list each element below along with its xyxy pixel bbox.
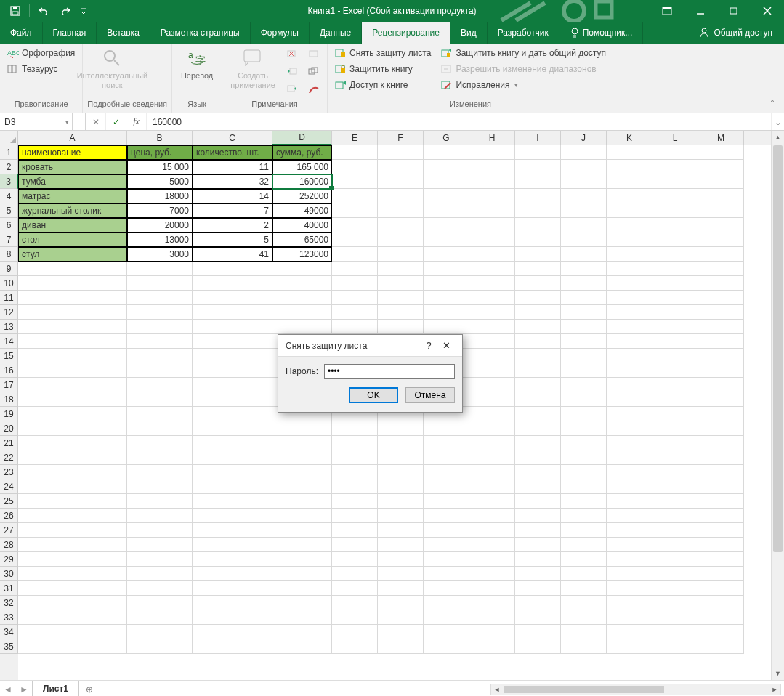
cell[interactable]	[515, 232, 561, 247]
cell[interactable]	[272, 509, 332, 523]
cell[interactable]: 14	[193, 189, 272, 203]
cell[interactable]: 13000	[127, 232, 193, 247]
row-header[interactable]: 21	[0, 436, 18, 450]
cell[interactable]	[193, 567, 272, 581]
cell[interactable]	[378, 450, 424, 465]
cell[interactable]	[272, 436, 332, 450]
cell[interactable]	[561, 581, 607, 596]
cell[interactable]: 65000	[272, 232, 332, 247]
cell[interactable]	[332, 203, 378, 218]
thesaurus-button[interactable]: Тезаурус	[4, 61, 78, 77]
name-box[interactable]: D3	[0, 113, 73, 130]
cell[interactable]	[378, 479, 424, 494]
cell[interactable]	[469, 479, 515, 494]
cell[interactable]	[561, 145, 607, 160]
cell[interactable]	[469, 523, 515, 538]
cell[interactable]	[607, 421, 652, 436]
show-all-comments-button[interactable]	[305, 64, 323, 80]
close-icon[interactable]	[751, 0, 784, 22]
cell[interactable]	[607, 203, 652, 218]
cell[interactable]	[18, 378, 127, 392]
row-header[interactable]: 25	[0, 494, 18, 509]
row-header[interactable]: 13	[0, 320, 18, 334]
cell[interactable]	[18, 509, 127, 523]
cell[interactable]	[193, 610, 272, 625]
scroll-up-icon[interactable]: ▲	[772, 131, 784, 144]
cell[interactable]	[698, 494, 744, 509]
cell[interactable]	[561, 174, 607, 189]
show-comment-button[interactable]	[305, 46, 323, 62]
cell[interactable]	[127, 349, 193, 363]
cell[interactable]	[698, 349, 744, 363]
cell[interactable]	[469, 538, 515, 552]
cell[interactable]	[127, 523, 193, 538]
tab-assistant[interactable]: Помощник...	[559, 22, 644, 44]
cell[interactable]	[469, 305, 515, 320]
cell[interactable]	[698, 596, 744, 610]
cell[interactable]	[652, 349, 698, 363]
scroll-thumb[interactable]	[773, 145, 783, 552]
cell[interactable]	[424, 218, 469, 232]
cell[interactable]	[652, 639, 698, 654]
cell[interactable]	[698, 276, 744, 291]
cell[interactable]	[424, 596, 469, 610]
track-changes-button[interactable]: Исправления▾	[438, 77, 609, 93]
cell[interactable]	[127, 392, 193, 407]
cell[interactable]	[378, 320, 424, 334]
cell[interactable]	[607, 610, 652, 625]
cell[interactable]: диван	[18, 218, 127, 232]
cell[interactable]	[469, 189, 515, 203]
cell[interactable]: 40000	[272, 218, 332, 232]
cell[interactable]	[424, 160, 469, 174]
cell[interactable]	[561, 392, 607, 407]
cell[interactable]	[424, 523, 469, 538]
cell[interactable]	[469, 436, 515, 450]
cell[interactable]	[515, 494, 561, 509]
cell[interactable]	[18, 436, 127, 450]
cell[interactable]	[193, 320, 272, 334]
cell[interactable]	[652, 334, 698, 349]
cell[interactable]	[652, 262, 698, 276]
cell[interactable]	[561, 639, 607, 654]
cell[interactable]	[18, 363, 127, 378]
password-input[interactable]	[324, 364, 455, 379]
cell[interactable]	[424, 145, 469, 160]
cell[interactable]	[272, 291, 332, 305]
cell[interactable]	[127, 494, 193, 509]
cell[interactable]	[18, 610, 127, 625]
cell[interactable]	[18, 349, 127, 363]
cell[interactable]	[193, 305, 272, 320]
row-header[interactable]: 31	[0, 581, 18, 596]
cell[interactable]	[561, 436, 607, 450]
cell[interactable]	[652, 407, 698, 421]
cell[interactable]	[272, 494, 332, 509]
sheet-nav-prev-icon[interactable]: ◄	[0, 681, 16, 697]
row-header[interactable]: 33	[0, 610, 18, 625]
cell[interactable]	[561, 247, 607, 262]
cell[interactable]	[378, 247, 424, 262]
cell[interactable]: стол	[18, 232, 127, 247]
cell[interactable]	[561, 552, 607, 567]
row-header[interactable]: 30	[0, 567, 18, 581]
row-header[interactable]: 20	[0, 421, 18, 436]
cell[interactable]	[607, 407, 652, 421]
cell[interactable]	[652, 581, 698, 596]
cell[interactable]	[469, 465, 515, 479]
cell[interactable]	[652, 363, 698, 378]
cell[interactable]	[424, 189, 469, 203]
cell[interactable]	[652, 552, 698, 567]
cell[interactable]	[469, 276, 515, 291]
cell[interactable]	[698, 174, 744, 189]
cell[interactable]	[515, 538, 561, 552]
cell[interactable]	[18, 625, 127, 639]
share-button[interactable]: Общий доступ	[687, 22, 784, 44]
cell[interactable]	[698, 639, 744, 654]
cell[interactable]	[561, 378, 607, 392]
cell[interactable]	[469, 509, 515, 523]
cell[interactable]	[193, 378, 272, 392]
column-header[interactable]: L	[652, 131, 698, 145]
cell[interactable]	[515, 523, 561, 538]
cell[interactable]	[698, 363, 744, 378]
column-header[interactable]: D	[272, 131, 332, 145]
protect-and-share-button[interactable]: Защитить книгу и дать общий доступ	[438, 45, 609, 61]
